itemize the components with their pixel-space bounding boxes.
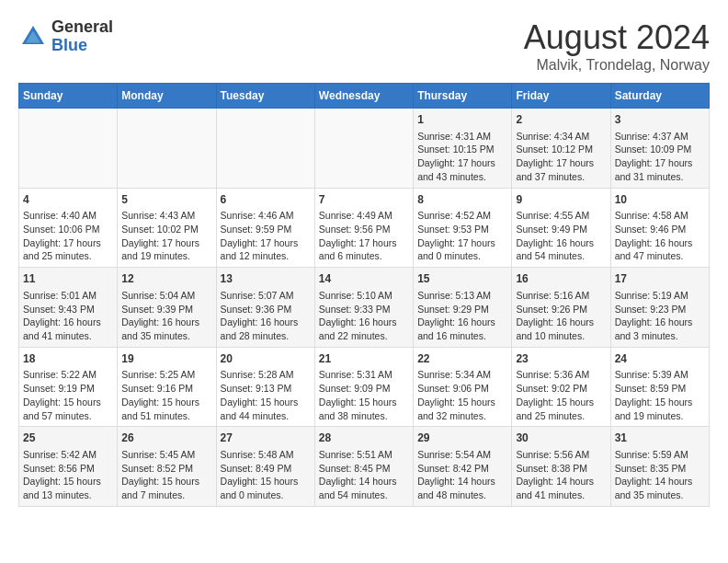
cell-content-line: and 10 minutes. bbox=[516, 329, 606, 343]
calendar-cell: 8Sunrise: 4:52 AMSunset: 9:53 PMDaylight… bbox=[414, 188, 512, 268]
cell-content-line: Daylight: 16 hours bbox=[221, 316, 311, 329]
day-number: 18 bbox=[23, 351, 113, 367]
day-number: 13 bbox=[221, 271, 311, 287]
cell-content-line: Sunrise: 5:04 AM bbox=[121, 289, 211, 303]
cell-content-line: and 3 minutes. bbox=[615, 329, 705, 343]
logo-icon bbox=[18, 22, 48, 52]
calendar-cell: 17Sunrise: 5:19 AMSunset: 9:23 PMDayligh… bbox=[610, 268, 709, 348]
cell-content-line: Sunrise: 5:34 AM bbox=[417, 368, 507, 382]
calendar-cell: 7Sunrise: 4:49 AMSunset: 9:56 PMDaylight… bbox=[314, 188, 413, 268]
week-row-4: 18Sunrise: 5:22 AMSunset: 9:19 PMDayligh… bbox=[19, 347, 710, 427]
day-number: 7 bbox=[319, 192, 409, 208]
cell-content-line: and 28 minutes. bbox=[221, 329, 311, 343]
cell-content-line: and 44 minutes. bbox=[221, 409, 311, 423]
calendar-cell bbox=[216, 109, 314, 189]
header-wednesday: Wednesday bbox=[314, 84, 413, 109]
cell-content-line: Daylight: 15 hours bbox=[516, 396, 606, 409]
cell-content-line: Daylight: 16 hours bbox=[516, 316, 606, 329]
cell-content-line: and 19 minutes. bbox=[121, 249, 211, 263]
calendar-cell: 14Sunrise: 5:10 AMSunset: 9:33 PMDayligh… bbox=[314, 268, 413, 348]
logo-text: General Blue bbox=[51, 18, 113, 55]
day-number: 11 bbox=[23, 271, 113, 287]
cell-content-line: and 48 minutes. bbox=[417, 488, 507, 502]
week-row-5: 25Sunrise: 5:42 AMSunset: 8:56 PMDayligh… bbox=[19, 427, 710, 507]
cell-content-line: Daylight: 17 hours bbox=[221, 236, 311, 250]
cell-content-line: Sunrise: 5:42 AM bbox=[23, 448, 113, 462]
cell-content-line: Sunrise: 5:19 AM bbox=[615, 289, 705, 303]
cell-content-line: and 35 minutes. bbox=[615, 488, 705, 502]
calendar-cell: 27Sunrise: 5:48 AMSunset: 8:49 PMDayligh… bbox=[216, 427, 314, 507]
cell-content-line: Sunrise: 5:10 AM bbox=[319, 289, 409, 303]
cell-content-line: and 31 minutes. bbox=[615, 170, 705, 184]
month-title: August 2024 bbox=[524, 18, 710, 57]
cell-content-line: Sunset: 9:46 PM bbox=[615, 223, 705, 236]
cell-content-line: Sunset: 9:09 PM bbox=[319, 382, 409, 396]
calendar-cell: 21Sunrise: 5:31 AMSunset: 9:09 PMDayligh… bbox=[314, 347, 413, 427]
day-number: 25 bbox=[23, 431, 113, 446]
cell-content-line: and 47 minutes. bbox=[615, 249, 705, 263]
cell-content-line: Daylight: 17 hours bbox=[417, 156, 507, 170]
cell-content-line: and 57 minutes. bbox=[23, 409, 113, 423]
cell-content-line: Daylight: 15 hours bbox=[221, 396, 311, 409]
cell-content-line: Daylight: 14 hours bbox=[615, 475, 705, 488]
cell-content-line: Sunrise: 4:55 AM bbox=[516, 209, 606, 223]
cell-content-line: and 7 minutes. bbox=[121, 488, 211, 502]
day-number: 27 bbox=[221, 431, 311, 446]
calendar-cell bbox=[118, 109, 216, 189]
cell-content-line: and 25 minutes. bbox=[23, 249, 113, 263]
cell-content-line: Sunrise: 5:16 AM bbox=[516, 289, 606, 303]
cell-content-line: Sunset: 9:53 PM bbox=[417, 223, 507, 236]
calendar-cell: 30Sunrise: 5:56 AMSunset: 8:38 PMDayligh… bbox=[512, 427, 610, 507]
calendar-cell bbox=[314, 109, 413, 189]
logo-general: General bbox=[51, 18, 113, 37]
calendar-cell: 2Sunrise: 4:34 AMSunset: 10:12 PMDayligh… bbox=[512, 109, 610, 189]
cell-content-line: Sunrise: 5:07 AM bbox=[221, 289, 311, 303]
cell-content-line: Daylight: 16 hours bbox=[319, 316, 409, 329]
cell-content-line: Sunset: 9:56 PM bbox=[319, 223, 409, 236]
cell-content-line: Daylight: 16 hours bbox=[615, 236, 705, 250]
cell-content-line: and 13 minutes. bbox=[23, 488, 113, 502]
calendar-cell: 15Sunrise: 5:13 AMSunset: 9:29 PMDayligh… bbox=[414, 268, 512, 348]
cell-content-line: Daylight: 16 hours bbox=[615, 316, 705, 329]
cell-content-line: Sunset: 8:42 PM bbox=[417, 462, 507, 476]
calendar-cell: 13Sunrise: 5:07 AMSunset: 9:36 PMDayligh… bbox=[216, 268, 314, 348]
cell-content-line: Sunset: 9:49 PM bbox=[516, 223, 606, 236]
header-sunday: Sunday bbox=[19, 84, 118, 109]
cell-content-line: Sunrise: 4:52 AM bbox=[417, 209, 507, 223]
day-number: 1 bbox=[417, 112, 507, 128]
day-number: 5 bbox=[121, 192, 211, 208]
cell-content-line: Sunset: 9:39 PM bbox=[121, 303, 211, 316]
calendar-cell: 22Sunrise: 5:34 AMSunset: 9:06 PMDayligh… bbox=[414, 347, 512, 427]
cell-content-line: Sunset: 8:38 PM bbox=[516, 462, 606, 476]
cell-content-line: and 51 minutes. bbox=[121, 409, 211, 423]
day-number: 17 bbox=[615, 271, 705, 287]
cell-content-line: Sunset: 10:09 PM bbox=[615, 143, 705, 156]
week-row-2: 4Sunrise: 4:40 AMSunset: 10:06 PMDayligh… bbox=[19, 188, 710, 268]
day-number: 19 bbox=[121, 351, 211, 367]
cell-content-line: Sunrise: 5:22 AM bbox=[23, 368, 113, 382]
cell-content-line: Sunset: 9:43 PM bbox=[23, 303, 113, 316]
day-number: 20 bbox=[221, 351, 311, 367]
calendar-cell: 4Sunrise: 4:40 AMSunset: 10:06 PMDayligh… bbox=[19, 188, 118, 268]
title-section: August 2024 Malvik, Trondelag, Norway bbox=[524, 18, 710, 74]
cell-content-line: Sunset: 9:36 PM bbox=[221, 303, 311, 316]
cell-content-line: Sunset: 9:29 PM bbox=[417, 303, 507, 316]
cell-content-line: Daylight: 15 hours bbox=[121, 475, 211, 488]
week-row-3: 11Sunrise: 5:01 AMSunset: 9:43 PMDayligh… bbox=[19, 268, 710, 348]
day-number: 8 bbox=[417, 192, 507, 208]
cell-content-line: Daylight: 17 hours bbox=[417, 236, 507, 250]
calendar-cell: 1Sunrise: 4:31 AMSunset: 10:15 PMDayligh… bbox=[414, 109, 512, 189]
cell-content-line: Sunset: 10:02 PM bbox=[121, 223, 211, 236]
cell-content-line: and 16 minutes. bbox=[417, 329, 507, 343]
cell-content-line: Daylight: 16 hours bbox=[121, 316, 211, 329]
cell-content-line: Sunrise: 5:48 AM bbox=[221, 448, 311, 462]
header-thursday: Thursday bbox=[414, 84, 512, 109]
location: Malvik, Trondelag, Norway bbox=[524, 57, 710, 74]
page-header: General Blue August 2024 Malvik, Trondel… bbox=[18, 18, 710, 74]
header-saturday: Saturday bbox=[610, 84, 709, 109]
cell-content-line: Sunrise: 5:45 AM bbox=[121, 448, 211, 462]
day-number: 23 bbox=[516, 351, 606, 367]
calendar-cell: 29Sunrise: 5:54 AMSunset: 8:42 PMDayligh… bbox=[414, 427, 512, 507]
day-number: 28 bbox=[319, 431, 409, 446]
calendar-header: Sunday Monday Tuesday Wednesday Thursday… bbox=[19, 84, 710, 109]
